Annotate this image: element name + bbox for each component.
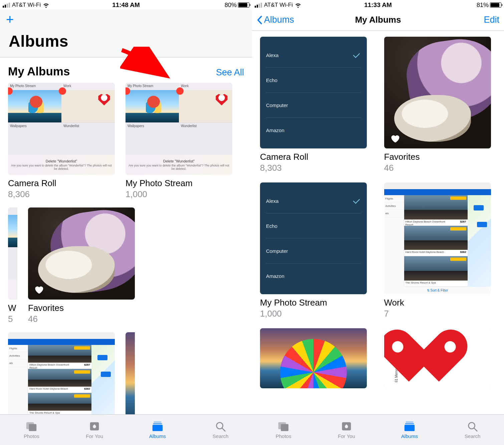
signal-bars-icon — [3, 3, 10, 8]
tab-search[interactable]: Search — [189, 415, 252, 445]
wifi-icon — [43, 2, 49, 8]
album-count: 8,303 — [260, 163, 367, 173]
album-thumbnail: Alexa Echo Computer Amazon — [260, 37, 367, 148]
section-header: My Albums See All — [8, 65, 244, 78]
album-thumbnail: FlightsActivitiesals Hilton Daytona Beac… — [8, 332, 115, 414]
status-bar: AT&T Wi-Fi 11:48 AM 80% — [0, 0, 252, 9]
albums-icon — [403, 421, 416, 432]
albums-grid: Alexa Echo Computer Amazon Camera Roll 8… — [260, 37, 496, 388]
svg-line-15 — [474, 428, 477, 431]
albums-grid: My Photo StreamWork WallpapersWunderlist… — [8, 83, 244, 414]
album-thumbnail — [8, 207, 17, 300]
battery-pct-label: 80% — [225, 2, 237, 9]
heart-icon — [389, 133, 401, 144]
tab-bar: Photos For You Albums Search — [0, 414, 252, 445]
album-count: 5 — [8, 314, 17, 324]
section-title: My Albums — [8, 65, 70, 78]
svg-rect-13 — [405, 425, 415, 431]
album-name: Favorites — [28, 303, 135, 313]
search-icon — [466, 421, 479, 432]
svg-rect-4 — [153, 423, 162, 424]
album-thumbnail: Alexa Echo Computer Amazon — [260, 182, 367, 294]
photos-icon — [277, 421, 290, 432]
album-item[interactable] — [260, 328, 367, 388]
album-name: My Photo Stream — [260, 298, 367, 308]
content-scroll[interactable]: Alexa Echo Computer Amazon Camera Roll 8… — [252, 31, 504, 414]
edit-button[interactable]: Edit — [484, 15, 499, 25]
page-title: Albums — [0, 29, 252, 55]
phone-right: AT&T Wi-Fi 11:33 AM 81% Albums My Albums… — [252, 0, 504, 445]
see-all-button[interactable]: See All — [216, 67, 244, 78]
carrier-label: AT&T Wi-Fi — [12, 2, 41, 8]
svg-rect-12 — [405, 423, 414, 424]
album-name: Camera Roll — [260, 152, 367, 162]
svg-rect-5 — [153, 425, 163, 431]
album-thumbnail: My Photo StreamWork WallpapersWunderlist… — [8, 83, 115, 175]
album-name: My Photo Stream — [125, 178, 232, 188]
album-item[interactable]: Favorites 46 — [28, 207, 135, 324]
album-name: Favorites — [384, 152, 491, 162]
svg-line-7 — [222, 428, 225, 431]
carrier-label: AT&T Wi-Fi — [264, 2, 293, 8]
search-icon — [214, 421, 227, 432]
photos-icon — [25, 421, 38, 432]
svg-rect-11 — [406, 422, 413, 423]
chevron-left-icon — [257, 15, 263, 25]
album-item[interactable]: My Photo StreamWork WallpapersWunderlist… — [125, 83, 232, 199]
album-thumbnail: FlightsActivitiesals Hilton Daytona Beac… — [384, 182, 491, 294]
album-count: 7 — [384, 309, 491, 319]
tab-for-you[interactable]: For You — [315, 415, 378, 445]
album-name: W — [8, 303, 17, 313]
svg-rect-3 — [154, 422, 161, 423]
tab-bar: Photos For You Albums Search — [252, 414, 504, 445]
back-button[interactable]: Albums — [257, 15, 294, 25]
phone-left: AT&T Wi-Fi 11:48 AM 80% + Albums My Albu… — [0, 0, 252, 445]
album-item[interactable]: W 1 — [125, 332, 135, 414]
svg-rect-1 — [29, 424, 37, 431]
tab-search[interactable]: Search — [441, 415, 504, 445]
for-you-icon — [88, 421, 101, 432]
svg-rect-9 — [281, 424, 289, 431]
album-thumbnail — [384, 37, 491, 148]
album-thumbnail: My Photo StreamWork WallpapersWunderlist… — [125, 83, 232, 175]
album-thumbnail — [260, 328, 367, 388]
album-item[interactable]: FlightsActivitiesals Hilton Daytona Beac… — [8, 332, 115, 414]
status-bar: AT&T Wi-Fi 11:33 AM 81% — [252, 0, 504, 9]
wifi-icon — [295, 2, 301, 8]
album-item[interactable]: Alexa Echo Computer Amazon Camera Roll 8… — [260, 37, 367, 173]
album-item[interactable]: 61 Memorial Medical Parkway Center — [384, 328, 491, 388]
battery-pct-label: 81% — [477, 2, 489, 9]
album-thumbnail — [125, 332, 135, 414]
album-count: 46 — [384, 163, 491, 173]
battery-icon — [238, 2, 249, 8]
signal-bars-icon — [255, 3, 262, 8]
album-item[interactable]: Favorites 46 — [384, 37, 491, 173]
album-name: Work — [384, 298, 491, 308]
album-count: 8,306 — [8, 189, 115, 199]
album-thumbnail: 61 Memorial Medical Parkway Center — [384, 328, 491, 388]
tab-for-you[interactable]: For You — [63, 415, 126, 445]
add-album-button[interactable]: + — [6, 13, 14, 26]
for-you-icon — [340, 421, 353, 432]
album-count: 1,000 — [125, 189, 232, 199]
album-item[interactable]: FlightsActivitiesals Hilton Daytona Beac… — [384, 182, 491, 319]
nav-bar-large: + Albums — [0, 9, 252, 57]
content-scroll[interactable]: My Albums See All My Photo StreamWork Wa… — [0, 57, 252, 414]
album-count: 1,000 — [260, 309, 367, 319]
tab-albums[interactable]: Albums — [378, 415, 441, 445]
nav-bar: Albums My Albums Edit — [252, 9, 504, 31]
tab-photos[interactable]: Photos — [0, 415, 63, 445]
albums-icon — [151, 421, 164, 432]
album-item[interactable]: W 5 — [8, 207, 17, 324]
tab-albums[interactable]: Albums — [126, 415, 189, 445]
album-item[interactable]: My Photo StreamWork WallpapersWunderlist… — [8, 83, 115, 199]
album-thumbnail — [28, 207, 135, 300]
album-name: Camera Roll — [8, 178, 115, 188]
tab-photos[interactable]: Photos — [252, 415, 315, 445]
album-count: 46 — [28, 314, 135, 324]
battery-icon — [490, 2, 501, 8]
heart-icon — [33, 284, 45, 295]
album-item[interactable]: Alexa Echo Computer Amazon My Photo Stre… — [260, 182, 367, 319]
